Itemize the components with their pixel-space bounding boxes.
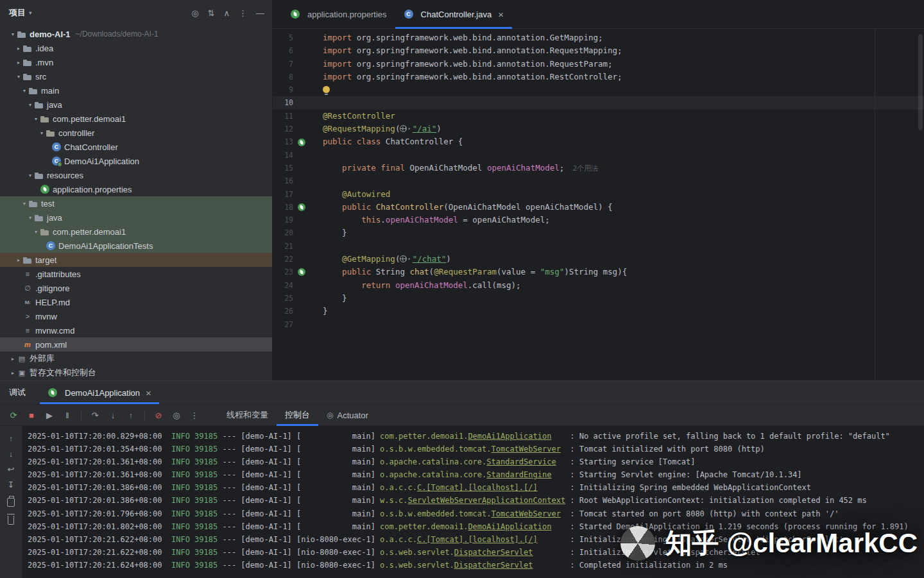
- tree-item-java-main[interactable]: ▾java: [0, 98, 272, 112]
- tree-item-idea[interactable]: ▸.idea: [0, 41, 272, 55]
- chevron-expanded-icon[interactable]: ▾: [21, 88, 28, 94]
- url-mapping-icon[interactable]: [400, 125, 407, 132]
- code-line-14[interactable]: 14: [273, 149, 924, 162]
- code-line-11[interactable]: 11@RestController: [273, 110, 924, 123]
- code-line-16[interactable]: 16: [273, 174, 924, 187]
- chevron-collapsed-icon[interactable]: ▸: [9, 356, 17, 362]
- tree-item-mvnw-cmd[interactable]: ≡mvnw.cmd: [0, 323, 272, 337]
- tree-item-java-test[interactable]: ▾java: [0, 210, 272, 225]
- print-icon[interactable]: [7, 498, 15, 507]
- tree-item-help-md[interactable]: M↓HELP.md: [0, 295, 272, 309]
- code-line-22[interactable]: 22 @GetMapping(▾"/chat"): [273, 253, 924, 266]
- tree-item-resources[interactable]: ▾resources: [0, 168, 272, 182]
- tree-item-package-test[interactable]: ▾com.petter.demoai1: [0, 225, 272, 239]
- chevron-collapsed-icon[interactable]: ▸: [15, 257, 22, 263]
- scroll-up-icon[interactable]: ↑: [9, 434, 13, 443]
- chevron-expanded-icon[interactable]: ▾: [26, 102, 34, 108]
- chevron-collapsed-icon[interactable]: ▸: [15, 60, 22, 65]
- tree-item-src[interactable]: ▾src: [0, 69, 272, 83]
- tree-item-demoai1application[interactable]: CDemoAi1Application: [0, 154, 272, 168]
- pause-icon[interactable]: ‖: [59, 407, 76, 423]
- step-out-icon[interactable]: ↑: [123, 407, 139, 423]
- debug-session-tab[interactable]: DemoAi1Application ×: [40, 381, 159, 404]
- more-icon[interactable]: ⋮: [186, 407, 203, 423]
- intention-bulb-icon[interactable]: [323, 86, 330, 93]
- tree-item-target[interactable]: ▸target: [0, 253, 272, 267]
- chevron-expanded-icon[interactable]: ▾: [32, 116, 40, 122]
- spring-bean-gutter-icon[interactable]: [298, 139, 305, 146]
- actuator-tab[interactable]: ◎Actuator: [318, 405, 377, 425]
- scroll-to-end-icon[interactable]: ↧: [8, 480, 15, 489]
- project-tool-window-selector[interactable]: 项目 ▾: [9, 7, 32, 19]
- editor-scrollbar[interactable]: [918, 34, 923, 130]
- chevron-expanded-icon[interactable]: ▾: [32, 229, 40, 235]
- logger-link[interactable]: TomcatWebServer: [492, 509, 561, 518]
- tree-item-controlller[interactable]: ▾controlller: [0, 126, 272, 140]
- threads-and-variables-tab[interactable]: 线程和变量: [218, 405, 277, 425]
- mute-breakpoints-icon[interactable]: ⊘: [150, 407, 167, 423]
- console-tab[interactable]: 控制台: [277, 405, 318, 425]
- code-line-8[interactable]: 8import org.springframework.web.bind.ann…: [273, 71, 924, 83]
- code-line-26[interactable]: 26}: [273, 305, 924, 318]
- soft-wrap-icon[interactable]: ↩: [8, 464, 15, 473]
- tree-item-gitattributes[interactable]: ≡.gitattributes: [0, 267, 272, 281]
- code-line-7[interactable]: 7import org.springframework.web.bind.ann…: [273, 58, 924, 71]
- hide-panel-icon[interactable]: —: [256, 9, 264, 17]
- tree-item-package-main[interactable]: ▾com.petter.demoai1: [0, 112, 272, 126]
- code-line-20[interactable]: 20 }: [273, 226, 924, 239]
- code-line-21[interactable]: 21: [273, 240, 924, 253]
- code-line-15[interactable]: 15 private final OpenAiChatModel openAiC…: [273, 162, 924, 174]
- tree-item-chatcontroller[interactable]: CChatController: [0, 140, 272, 154]
- code-line-5[interactable]: 5import org.springframework.web.bind.ann…: [273, 31, 924, 44]
- select-opened-file-icon[interactable]: ◎: [191, 9, 198, 17]
- tree-item-mvnw[interactable]: >mvnw: [0, 309, 272, 323]
- logger-link[interactable]: DispatcherServlet: [454, 561, 533, 570]
- tree-item-mvn[interactable]: ▸.mvn: [0, 55, 272, 69]
- code-line-27[interactable]: 27: [273, 318, 924, 331]
- tree-item-demoai1applicationtests[interactable]: CDemoAi1ApplicationTests: [0, 239, 272, 253]
- spring-bean-gutter-icon[interactable]: [298, 268, 305, 276]
- tree-item-main[interactable]: ▾main: [0, 83, 272, 98]
- code-line-12[interactable]: 12@RequestMapping(▾"/ai"): [273, 123, 924, 135]
- more-options-icon[interactable]: ⋮: [239, 9, 247, 17]
- chevron-expanded-icon[interactable]: ▾: [21, 201, 28, 207]
- logger-link[interactable]: DemoAi1Application: [468, 432, 551, 441]
- tree-item-application-properties[interactable]: application.properties: [0, 182, 272, 196]
- logger-link[interactable]: TomcatWebServer: [492, 445, 561, 454]
- code-line-9[interactable]: 9: [273, 83, 924, 96]
- logger-link[interactable]: StandardEngine: [486, 470, 551, 479]
- spring-bean-gutter-icon[interactable]: [298, 203, 305, 211]
- step-into-icon[interactable]: ↓: [105, 407, 121, 423]
- chevron-expanded-icon[interactable]: ▾: [26, 215, 34, 221]
- code-line-17[interactable]: 17 @Autowired: [273, 188, 924, 201]
- scroll-down-icon[interactable]: ↓: [9, 449, 13, 458]
- close-session-icon[interactable]: ×: [146, 388, 151, 398]
- chevron-expanded-icon[interactable]: ▾: [38, 130, 46, 136]
- tree-item-scratches-and-consoles[interactable]: ▸▣暂存文件和控制台: [0, 366, 272, 380]
- logger-link[interactable]: C.[Tomcat].[localhost].[/]: [417, 535, 538, 544]
- logger-link[interactable]: DispatcherServlet: [454, 548, 533, 557]
- url-mapping-icon[interactable]: [400, 255, 407, 262]
- chevron-collapsed-icon[interactable]: ▸: [15, 46, 22, 51]
- close-tab-icon[interactable]: ×: [498, 10, 504, 19]
- code-line-19[interactable]: 19 this.openAiChatModel = openAiChatMode…: [273, 214, 924, 226]
- tree-item-pom-xml[interactable]: mpom.xml: [0, 337, 272, 352]
- code-line-24[interactable]: 24 return openAiChatModel.call(msg);: [273, 279, 924, 292]
- code-line-25[interactable]: 25 }: [273, 292, 924, 305]
- code-line-6[interactable]: 6import org.springframework.web.bind.ann…: [273, 44, 924, 57]
- logger-link[interactable]: C.[Tomcat].[localhost].[/]: [417, 483, 538, 492]
- rerun-icon[interactable]: ⟳: [5, 407, 22, 423]
- tree-item-gitignore[interactable]: ∅.gitignore: [0, 281, 272, 295]
- logger-link[interactable]: StandardService: [486, 457, 556, 466]
- stop-icon[interactable]: ■: [23, 407, 40, 423]
- chevron-expanded-icon[interactable]: ▾: [26, 173, 34, 178]
- tree-item-test[interactable]: ▾test: [0, 196, 272, 210]
- collapse-all-icon[interactable]: ∧: [223, 9, 230, 17]
- step-over-icon[interactable]: ↷: [87, 407, 103, 423]
- tree-item-demo-ai-1[interactable]: ▾demo-AI-1~/Downloads/demo-AI-1: [0, 27, 272, 41]
- chevron-expanded-icon[interactable]: ▾: [15, 74, 22, 80]
- chevron-collapsed-icon[interactable]: ▸: [9, 370, 17, 376]
- tree-item-external-libraries[interactable]: ▸▤外部库: [0, 352, 272, 366]
- clear-all-icon[interactable]: [8, 516, 14, 525]
- editor[interactable]: 5import org.springframework.web.bind.ann…: [273, 29, 924, 380]
